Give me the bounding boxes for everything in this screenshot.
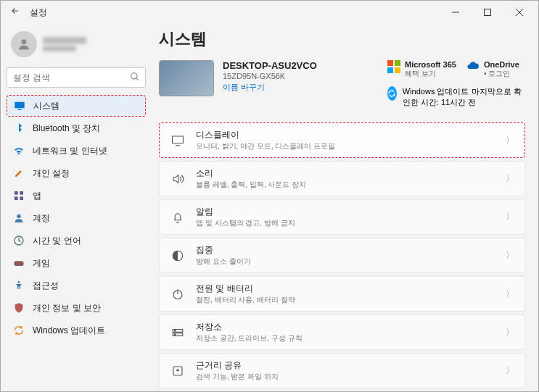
- device-block[interactable]: DESKTOP-ASU2VCO 15ZD95N-GX56K 이름 바꾸기: [159, 60, 374, 96]
- sidebar-item-network[interactable]: 네트워크 및 인터넷: [7, 140, 146, 162]
- svg-rect-7: [15, 102, 24, 109]
- back-button[interactable]: [4, 6, 27, 19]
- svg-rect-10: [20, 191, 23, 195]
- apps-icon: [12, 189, 25, 202]
- sidebar-item-time-language[interactable]: 시간 및 언어: [7, 230, 146, 251]
- row-power[interactable]: 전원 및 배터리절전, 배터리 사용, 배터리 절약 〉: [159, 276, 525, 312]
- svg-rect-8: [17, 109, 21, 110]
- svg-rect-17: [173, 136, 184, 143]
- sidebar-item-personalization[interactable]: 개인 설정: [7, 162, 146, 184]
- sidebar-item-privacy[interactable]: 개인 정보 및 보안: [7, 297, 146, 319]
- user-name-redacted: [43, 37, 86, 51]
- brush-icon: [12, 167, 25, 180]
- chevron-right-icon: 〉: [506, 249, 514, 262]
- svg-point-4: [22, 39, 27, 44]
- svg-point-13: [17, 214, 20, 218]
- sidebar-item-accounts[interactable]: 계정: [7, 207, 146, 229]
- svg-point-5: [131, 73, 137, 79]
- promo-microsoft365[interactable]: Microsoft 365 혜택 보기: [387, 60, 456, 79]
- sidebar-item-label: 개인 정보 및 보안: [33, 302, 101, 314]
- chevron-right-icon: 〉: [506, 211, 514, 223]
- promo-windows-update[interactable]: Windows 업데이트 마지막으로 확인한 시간: 11시간 전: [387, 86, 525, 108]
- display-icon: [170, 133, 186, 149]
- sidebar-item-label: 게임: [33, 257, 50, 270]
- storage-icon: [170, 325, 186, 341]
- sidebar-item-system[interactable]: 시스템: [7, 95, 146, 117]
- sidebar-item-label: Windows 업데이트: [33, 325, 105, 337]
- chevron-right-icon: 〉: [506, 172, 514, 185]
- svg-rect-9: [15, 191, 18, 195]
- gamepad-icon: [12, 257, 25, 270]
- power-icon: [170, 286, 186, 302]
- sound-icon: [170, 171, 186, 187]
- main-content: 시스템 DESKTOP-ASU2VCO 15ZD95N-GX56K 이름 바꾸기…: [152, 24, 538, 391]
- sidebar-item-label: 시간 및 언어: [33, 235, 81, 247]
- sidebar-item-bluetooth[interactable]: Bluetooth 및 장치: [7, 117, 146, 139]
- minimize-button[interactable]: [440, 1, 472, 24]
- bluetooth-icon: [12, 122, 25, 135]
- sidebar-item-windows-update[interactable]: Windows 업데이트: [7, 320, 146, 341]
- focus-icon: [170, 248, 186, 264]
- chevron-right-icon: 〉: [506, 288, 514, 300]
- row-notifications[interactable]: 알림앱 및 시스템의 경고, 방해 금지 〉: [159, 199, 525, 235]
- update-circle-icon: [387, 86, 397, 101]
- device-model: 15ZD95N-GX56K: [223, 72, 317, 80]
- person-icon: [12, 212, 25, 225]
- sidebar-item-label: 계정: [33, 212, 50, 225]
- row-sound[interactable]: 소리볼륨 레벨, 출력, 입력, 사운드 장치 〉: [159, 161, 525, 196]
- monitor-icon: [13, 99, 26, 112]
- microsoft-365-icon: [387, 60, 400, 73]
- avatar: [11, 31, 37, 57]
- settings-list: 디스플레이모니터, 밝기, 야간 모드, 디스플레이 프로필 〉 소리볼륨 레벨…: [159, 122, 525, 388]
- search-icon: [130, 72, 140, 85]
- accessibility-icon: [12, 279, 25, 292]
- update-icon: [12, 324, 25, 337]
- page-title: 시스템: [159, 28, 525, 50]
- sidebar-item-accessibility[interactable]: 접근성: [7, 275, 146, 296]
- sidebar-item-label: 접근성: [33, 280, 59, 292]
- row-storage[interactable]: 저장소저장소 공간, 드라이브, 구성 규칙 〉: [159, 314, 525, 350]
- wifi-icon: [12, 144, 25, 157]
- device-name: DESKTOP-ASU2VCO: [223, 60, 317, 71]
- row-display[interactable]: 디스플레이모니터, 밝기, 야간 모드, 디스플레이 프로필 〉: [159, 122, 525, 158]
- window-title: 설정: [30, 7, 47, 19]
- promo-onedrive[interactable]: OneDrive • 로그인: [466, 60, 519, 79]
- rename-link[interactable]: 이름 바꾸기: [223, 82, 317, 93]
- sidebar-item-label: 앱: [33, 190, 41, 202]
- user-account-row[interactable]: [7, 28, 146, 64]
- svg-point-25: [175, 333, 176, 335]
- row-nearby-share[interactable]: 근거리 공유검색 기능, 받은 파일 위치 〉: [159, 353, 525, 388]
- share-icon: [170, 363, 186, 379]
- sidebar-item-gaming[interactable]: 게임: [7, 252, 146, 274]
- shield-icon: [12, 301, 25, 314]
- chevron-right-icon: 〉: [506, 364, 514, 377]
- bell-icon: [170, 209, 186, 225]
- sidebar-item-label: 시스템: [33, 100, 59, 112]
- sidebar-item-apps[interactable]: 앱: [7, 185, 146, 207]
- svg-line-6: [136, 78, 139, 80]
- chevron-right-icon: 〉: [506, 134, 514, 146]
- sidebar-item-label: Bluetooth 및 장치: [33, 122, 100, 135]
- onedrive-icon: [466, 60, 480, 73]
- svg-rect-1: [485, 9, 491, 16]
- row-focus[interactable]: 집중방해 요소 줄이기 〉: [159, 238, 525, 273]
- sidebar-item-label: 네트워크 및 인터넷: [33, 145, 107, 157]
- sidebar-item-label: 개인 설정: [33, 167, 70, 180]
- svg-point-16: [18, 281, 20, 283]
- svg-rect-11: [15, 196, 18, 200]
- titlebar: 설정: [1, 1, 538, 24]
- close-button[interactable]: [503, 1, 535, 24]
- svg-rect-12: [20, 196, 23, 200]
- sidebar: 시스템 Bluetooth 및 장치 네트워크 및 인터넷 개인 설정 앱 계정: [1, 24, 152, 391]
- search-input[interactable]: [7, 67, 146, 88]
- clock-globe-icon: [12, 234, 25, 247]
- chevron-right-icon: 〉: [506, 326, 514, 338]
- sidebar-nav: 시스템 Bluetooth 및 장치 네트워크 및 인터넷 개인 설정 앱 계정: [7, 95, 146, 341]
- device-thumbnail: [159, 60, 214, 96]
- svg-rect-15: [14, 261, 23, 266]
- maximize-button[interactable]: [472, 1, 503, 24]
- svg-point-24: [175, 330, 176, 331]
